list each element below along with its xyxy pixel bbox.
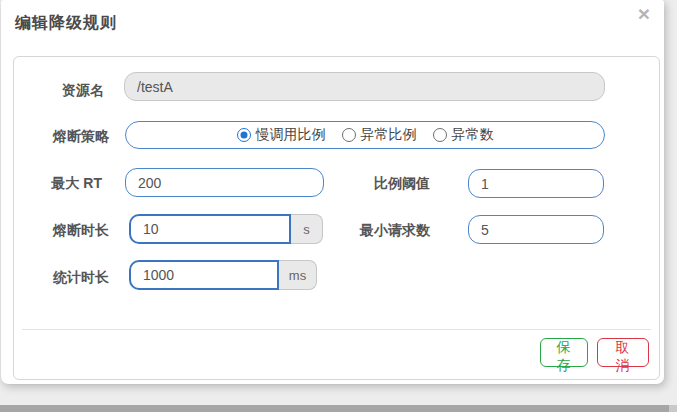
min-requests-input[interactable] bbox=[468, 215, 604, 244]
radio-icon[interactable] bbox=[237, 128, 251, 142]
max-rt-input[interactable] bbox=[125, 168, 324, 197]
radio-icon[interactable] bbox=[433, 128, 447, 142]
scrollbar-corner bbox=[669, 405, 677, 412]
strategy-label: 熔断策略 bbox=[14, 128, 109, 146]
break-duration-unit: s bbox=[291, 214, 323, 244]
strategy-radio-group: 慢调用比例 异常比例 异常数 bbox=[125, 121, 605, 149]
footer-divider bbox=[22, 329, 651, 330]
stat-window-label: 统计时长 bbox=[14, 269, 109, 287]
radio-label: 异常数 bbox=[452, 126, 494, 144]
stat-window-input[interactable] bbox=[129, 260, 279, 290]
ratio-threshold-input[interactable] bbox=[468, 169, 604, 198]
min-requests-label: 最小请求数 bbox=[330, 222, 430, 240]
dialog-title: 编辑降级规则 bbox=[15, 13, 117, 34]
edit-degrade-rule-dialog: 编辑降级规则 × 资源名 熔断策略 慢调用比例 异常比例 bbox=[1, 0, 664, 384]
cancel-button[interactable]: 取消 bbox=[597, 338, 649, 367]
break-duration-input[interactable] bbox=[129, 214, 291, 244]
close-icon[interactable]: × bbox=[632, 2, 656, 26]
rule-form-panel: 资源名 熔断策略 慢调用比例 异常比例 异常数 bbox=[13, 56, 660, 380]
page-background: 编辑降级规则 × 资源名 熔断策略 慢调用比例 异常比例 bbox=[0, 0, 677, 412]
break-duration-label: 熔断时长 bbox=[14, 222, 109, 240]
radio-label: 慢调用比例 bbox=[256, 126, 326, 144]
stat-window-unit: ms bbox=[279, 260, 317, 290]
horizontal-scrollbar[interactable] bbox=[0, 405, 677, 412]
save-button[interactable]: 保存 bbox=[540, 338, 588, 367]
radio-label: 异常比例 bbox=[361, 126, 417, 144]
radio-exception-count[interactable]: 异常数 bbox=[433, 126, 494, 144]
resource-name-input bbox=[124, 72, 605, 101]
radio-icon[interactable] bbox=[342, 128, 356, 142]
radio-exception-ratio[interactable]: 异常比例 bbox=[342, 126, 417, 144]
max-rt-label: 最大 RT bbox=[14, 175, 102, 193]
resource-name-label: 资源名 bbox=[14, 82, 104, 100]
radio-slow-call-ratio[interactable]: 慢调用比例 bbox=[237, 126, 326, 144]
ratio-threshold-label: 比例阈值 bbox=[330, 175, 430, 193]
